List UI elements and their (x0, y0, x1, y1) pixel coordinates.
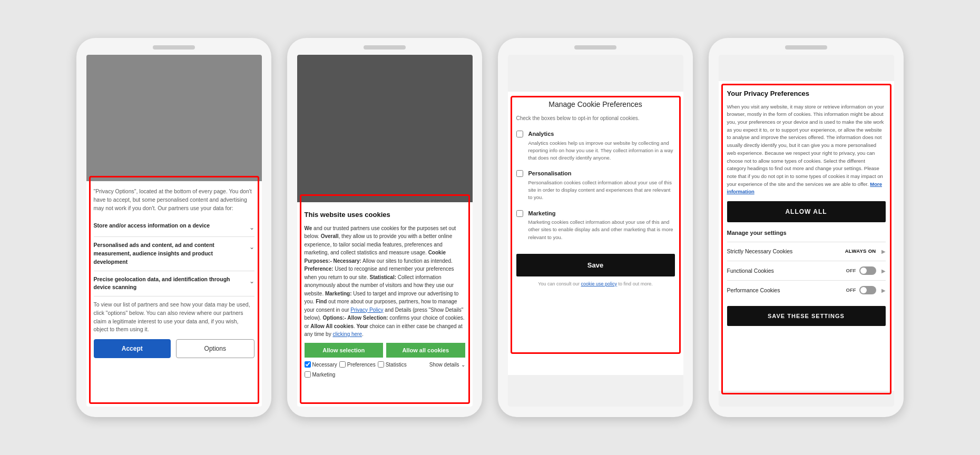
phone-notch-2 (364, 45, 406, 50)
more-info-link[interactable]: More information (727, 181, 883, 195)
allow-all-button[interactable]: ALLOW ALL (727, 201, 886, 222)
analytics-checkbox[interactable] (516, 131, 523, 137)
phone2-checkbox-row: Necessary Preferences Statistics Show de… (305, 361, 465, 379)
checkbox-preferences-label: Preferences (347, 361, 376, 369)
clicking-here-link[interactable]: clicking here (332, 331, 362, 337)
analytics-desc: Analytics cookies help us improve our we… (528, 140, 675, 162)
phone2-screen: This website uses cookies We and our tru… (297, 55, 473, 407)
phone3-save-button[interactable]: Save (516, 254, 675, 276)
personalisation-label-block: Personalisation Personalisation cookies … (528, 169, 675, 201)
marketing-label-block: Marketing Marketing cookies collect info… (528, 209, 675, 241)
phone4-dialog: Your Privacy Preferences When you visit … (719, 81, 894, 391)
functional-cookies-controls: OFF ▶ (846, 266, 886, 275)
phone1-intro-text: "Privacy Options", located at the bottom… (94, 187, 254, 212)
phone3-bottom-gray (508, 375, 683, 407)
phone-4: Your Privacy Preferences When you visit … (709, 38, 904, 417)
privacy-policy-link[interactable]: Privacy Policy (350, 307, 383, 313)
marketing-desc: Marketing cookies collect information ab… (528, 219, 675, 241)
functional-cookies-label: Functional Cookies (727, 267, 774, 275)
phone3-footer: You can consult our cookie use policy to… (516, 281, 675, 288)
strictly-necessary-label: Strictly Necessary Cookies (727, 248, 793, 256)
analytics-title: Analytics (528, 130, 675, 139)
performance-cookies-chevron-icon: ▶ (881, 286, 886, 294)
phone2-dialog: This website uses cookies We and our tru… (297, 202, 473, 407)
show-details-label: Show details (429, 361, 459, 369)
marketing-checkbox[interactable] (516, 210, 523, 217)
phone-3: Manage Cookie Preferences Check the boxe… (498, 38, 693, 417)
functional-cookies-toggle[interactable] (859, 266, 876, 275)
checkbox-marketing-input[interactable] (305, 371, 311, 378)
options-button[interactable]: Options (176, 339, 254, 358)
save-these-settings-button[interactable]: SAVE THESE SETTINGS (727, 306, 886, 326)
performance-cookies-row[interactable]: Performance Cookies OFF ▶ (727, 280, 886, 300)
strictly-necessary-controls: ALWAYS ON ▶ (845, 248, 886, 255)
phone-notch-1 (153, 45, 195, 50)
analytics-label-block: Analytics Analytics cookies help us impr… (528, 130, 675, 162)
functional-cookies-status: OFF (846, 267, 856, 274)
checkbox-statistics-input[interactable] (378, 361, 384, 368)
chevron-icon-1: ⌄ (249, 223, 254, 232)
accordion-item-1[interactable]: Store and/or access information on a dev… (94, 217, 254, 237)
phone3-title: Manage Cookie Preferences (516, 99, 675, 110)
phone4-intro-text: When you visit any website, it may store… (727, 103, 886, 196)
personalisation-title: Personalisation (528, 169, 675, 178)
accordion-item-2[interactable]: Personalised ads and content, ad and con… (94, 237, 254, 271)
always-on-status: ALWAYS ON (845, 248, 876, 255)
performance-cookies-controls: OFF ▶ (846, 286, 886, 294)
strictly-necessary-row[interactable]: Strictly Necessary Cookies ALWAYS ON ▶ (727, 242, 886, 261)
marketing-cookie-row: Marketing Marketing cookies collect info… (516, 209, 675, 241)
checkbox-necessary[interactable]: Necessary (305, 361, 337, 369)
phone1-button-row: Accept Options (94, 339, 254, 358)
accordion-label-1: Store and/or access information on a dev… (94, 222, 245, 230)
checkbox-necessary-input[interactable] (305, 361, 311, 368)
functional-cookies-chevron-icon: ▶ (881, 267, 886, 275)
phone1-note: To view our list of partners and see how… (94, 301, 254, 334)
phone2-button-row: Allow selection Allow all cookies (305, 343, 465, 358)
phone4-bottom-gray (719, 391, 894, 407)
accordion-item-3[interactable]: Precise geolocation data, and identifica… (94, 271, 254, 297)
phone-1: "Privacy Options", located at the bottom… (76, 38, 271, 417)
phone3-screen: Manage Cookie Preferences Check the boxe… (508, 55, 683, 407)
phone1-screen: "Privacy Options", located at the bottom… (86, 55, 262, 407)
functional-cookies-row[interactable]: Functional Cookies OFF ▶ (727, 261, 886, 280)
performance-cookies-status: OFF (846, 286, 856, 294)
phone4-screen: Your Privacy Preferences When you visit … (719, 55, 894, 407)
phone1-dialog: "Privacy Options", located at the bottom… (86, 181, 262, 407)
chevron-icon-3: ⌄ (249, 276, 254, 286)
checkbox-preferences-input[interactable] (339, 361, 346, 368)
allow-all-cookies-button[interactable]: Allow all cookies (386, 343, 465, 358)
performance-cookies-label: Performance Cookies (727, 286, 780, 295)
phone3-subtitle: Check the boxes below to opt-in for opti… (516, 114, 675, 122)
accordion-label-2: Personalised ads and content, ad and con… (94, 241, 245, 266)
analytics-cookie-row: Analytics Analytics cookies help us impr… (516, 130, 675, 162)
chevron-icon-2: ⌄ (249, 242, 254, 252)
checkbox-statistics[interactable]: Statistics (378, 361, 407, 369)
checkbox-statistics-label: Statistics (386, 361, 407, 369)
accept-button[interactable]: Accept (94, 339, 171, 358)
personalisation-desc: Personalisation cookies collect informat… (528, 179, 675, 202)
allow-selection-button[interactable]: Allow selection (305, 343, 384, 358)
phone3-dialog: Manage Cookie Preferences Check the boxe… (508, 92, 683, 375)
checkbox-preferences[interactable]: Preferences (339, 361, 376, 369)
manage-heading: Manage your settings (727, 229, 886, 238)
accordion-label-3: Precise geolocation data, and identifica… (94, 275, 245, 292)
personalisation-checkbox[interactable] (516, 170, 523, 177)
phone1-blurred-content (86, 55, 262, 181)
cookie-policy-link[interactable]: cookie use policy (581, 281, 618, 286)
marketing-title: Marketing (528, 209, 675, 218)
phone3-top-gray (508, 55, 683, 92)
checkbox-marketing[interactable]: Marketing (305, 371, 336, 379)
performance-cookies-toggle[interactable] (859, 286, 876, 294)
phone2-body: We and our trusted partners use cookies … (305, 224, 465, 339)
phone4-title: Your Privacy Preferences (727, 88, 886, 99)
phone-2: This website uses cookies We and our tru… (287, 38, 482, 417)
checkbox-marketing-label: Marketing (312, 371, 336, 379)
personalisation-cookie-row: Personalisation Personalisation cookies … (516, 169, 675, 201)
strictly-necessary-chevron-icon: ▶ (881, 248, 886, 255)
checkbox-necessary-label: Necessary (312, 361, 337, 369)
phone2-title: This website uses cookies (305, 210, 465, 220)
show-details[interactable]: Show details ⌄ (429, 361, 465, 369)
phone-notch-4 (785, 45, 827, 50)
show-details-chevron-icon: ⌄ (461, 361, 465, 369)
phone4-top-gray (719, 55, 894, 81)
